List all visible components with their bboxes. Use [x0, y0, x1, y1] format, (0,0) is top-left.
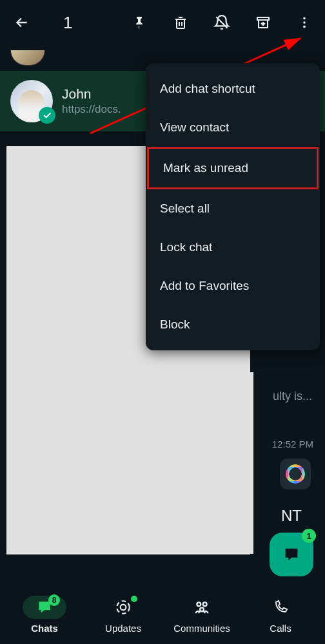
- redacted-area: [145, 372, 253, 554]
- pin-icon[interactable]: [130, 14, 148, 32]
- delete-icon[interactable]: [172, 14, 190, 32]
- menu-view-contact[interactable]: View contact: [146, 108, 320, 147]
- avatar: [10, 50, 45, 66]
- nav-updates[interactable]: Updates: [84, 596, 162, 634]
- avatar-container: [10, 80, 53, 122]
- updates-dot: [131, 596, 137, 602]
- context-menu: Add chat shortcut View contact Mark as u…: [146, 63, 320, 350]
- more-options-icon[interactable]: [295, 14, 313, 32]
- selected-check-icon: [39, 107, 55, 124]
- menu-block[interactable]: Block: [146, 305, 320, 344]
- new-chat-button[interactable]: 1: [270, 533, 313, 576]
- svg-point-5: [121, 604, 126, 610]
- bottom-nav: 8 Chats Updates Communities Calls: [0, 587, 325, 644]
- mute-icon[interactable]: [213, 14, 231, 32]
- nav-calls[interactable]: Calls: [241, 596, 320, 634]
- nav-communities[interactable]: Communities: [162, 596, 241, 634]
- nav-label: Calls: [270, 623, 291, 634]
- chat-preview: https://docs.: [62, 103, 121, 116]
- menu-mark-unread[interactable]: Mark as unread: [147, 147, 319, 189]
- chats-badge: 8: [48, 594, 60, 606]
- selection-count: 1: [63, 13, 72, 33]
- chat-preview-partial: ulty is...: [273, 390, 312, 403]
- nav-label: Updates: [105, 623, 141, 634]
- svg-point-1: [303, 17, 306, 20]
- svg-point-7: [197, 602, 201, 606]
- chat-name: John: [62, 86, 121, 102]
- nav-label: Chats: [31, 623, 58, 634]
- nav-label: Communities: [173, 623, 230, 634]
- menu-select-all[interactable]: Select all: [146, 189, 320, 228]
- chat-timestamp: 12:52 PM: [272, 439, 313, 450]
- back-button[interactable]: [12, 12, 32, 33]
- archive-icon[interactable]: [254, 14, 272, 32]
- nav-chats[interactable]: 8 Chats: [5, 596, 84, 634]
- menu-lock-chat[interactable]: Lock chat: [146, 228, 320, 267]
- menu-add-shortcut[interactable]: Add chat shortcut: [146, 70, 320, 108]
- fab-badge: 1: [302, 529, 316, 543]
- svg-rect-0: [257, 17, 269, 20]
- selection-toolbar: 1: [0, 0, 325, 45]
- chat-name-partial: NT: [281, 507, 302, 525]
- svg-point-6: [117, 601, 130, 614]
- svg-point-8: [203, 602, 207, 606]
- menu-add-favorites[interactable]: Add to Favorites: [146, 267, 320, 305]
- svg-point-3: [303, 26, 306, 28]
- meta-ai-icon[interactable]: [280, 459, 311, 489]
- svg-point-2: [303, 21, 306, 24]
